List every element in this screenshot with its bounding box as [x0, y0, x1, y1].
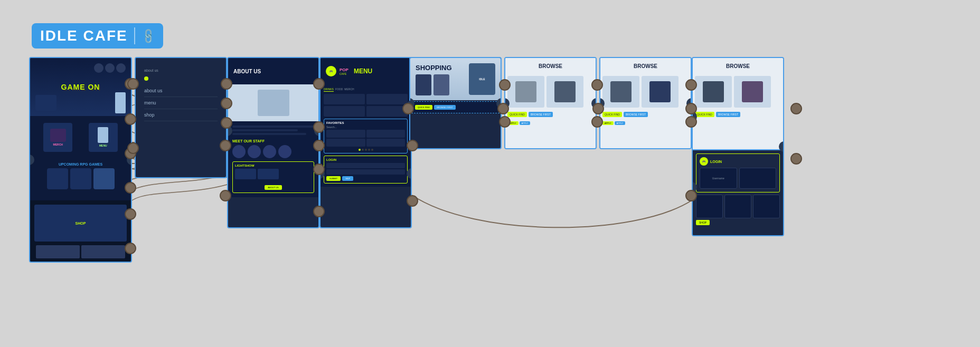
handle-f7-right-mid[interactable]: [685, 116, 697, 128]
browse-product-2: [546, 76, 583, 108]
browse-3-items: [693, 74, 783, 110]
handle-f2-left-bot[interactable]: [127, 142, 139, 154]
browse-2-content: BROWSE QUICK FIND BROWSE FIRST APPLY APP…: [600, 58, 691, 148]
handle-f1-mid-right[interactable]: [125, 113, 136, 125]
handle-f2-left-top[interactable]: [127, 78, 139, 90]
frame-browse-1: BROWSE QUICK FIND BROWSE FIRST APPLY APP…: [504, 57, 597, 149]
frame-homepage: GAME ON MERCH MENU UPC: [29, 57, 132, 263]
shopping-preview: SHOPPING IDLE QUICK FIND BROWSE FIRST: [410, 58, 501, 148]
tag-quick-find-3: QUICK FIND: [695, 112, 714, 117]
merch-box: MERCH: [43, 123, 72, 152]
frame-menu: 🎮 POP CAFE MENU DRINKS FOOD MERCH: [319, 57, 412, 228]
handle-f1-bot3-right[interactable]: [125, 208, 136, 220]
about-title: ABOUT US: [233, 69, 261, 74]
shopping-title: SHOPPING: [416, 64, 452, 72]
menu-header: 🎮 POP CAFE MENU: [321, 58, 411, 84]
frame-browse-3: BROWSE QUICK FIND BROWSE FIRST 🎮 LOGIN: [692, 57, 784, 236]
rpg-items: [34, 168, 127, 189]
title-badge: IDLE CAFE 🔗: [32, 23, 163, 49]
handle-f7-left[interactable]: [592, 103, 604, 114]
browse-product-5: [695, 76, 732, 108]
tag-quick-find-2: QUICK FIND: [602, 112, 622, 117]
handle-f6-right-top[interactable]: [591, 79, 603, 91]
shopping-bottom: QUICK FIND BROWSE FIRST: [411, 101, 500, 113]
handle-f2-right-mid[interactable]: [221, 98, 232, 109]
handle-f3-left-mid[interactable]: [220, 140, 231, 151]
nav-item-about[interactable]: about us: [144, 85, 218, 97]
handle-f8-left-bot[interactable]: [685, 190, 697, 201]
about-us-preview: ABOUT US MEET OUR STAFF LIGHTSHOW: [228, 58, 318, 227]
browse-1-content: BROWSE QUICK FIND BROWSE FIRST APPLY APP…: [505, 58, 596, 148]
tag-browse-first: BROWSE FIRST: [529, 112, 553, 117]
merch-label: MERCH: [53, 143, 63, 146]
menu-label: MENU: [99, 144, 107, 147]
nav-item-menu[interactable]: menu: [144, 97, 218, 109]
handle-f3-right-top[interactable]: [313, 78, 325, 90]
browse-product-3: [602, 76, 639, 108]
frame-about-us: ABOUT US MEET OUR STAFF LIGHTSHOW: [227, 57, 319, 228]
browse-2-header: BROWSE: [600, 58, 691, 74]
browse-3-title: BROWSE: [726, 63, 750, 69]
handle-f5-right-top[interactable]: [499, 79, 511, 91]
shop-preview-2: [81, 245, 125, 258]
nav-item-shop[interactable]: shop: [144, 109, 218, 121]
browse-3-upper: BROWSE QUICK FIND BROWSE FIRST: [693, 58, 783, 150]
handle-f6-left[interactable]: [497, 103, 509, 114]
frame-shopping: SHOPPING IDLE QUICK FIND BROWSE FIRST › …: [409, 57, 502, 149]
browse-3-header: BROWSE: [693, 58, 783, 74]
handle-f4-right-bot[interactable]: [407, 195, 418, 207]
frame-nav-menu: about us about us menu shop: [135, 57, 227, 178]
merch-menu-section: MERCH MENU: [30, 116, 131, 158]
handle-f8-right-top[interactable]: [790, 103, 802, 114]
shopping-header: SHOPPING IDLE: [410, 58, 501, 100]
browse-2-tags: QUICK FIND BROWSE FIRST: [600, 110, 691, 119]
login-label: LOGIN: [710, 160, 722, 163]
handle-f8-left-top[interactable]: [685, 103, 697, 114]
browse-product-1: [507, 76, 544, 108]
browse-1-title: BROWSE: [539, 63, 562, 69]
rpg-item: [70, 168, 91, 189]
about-header: ABOUT US: [228, 58, 318, 84]
hero-section: GAME ON: [30, 58, 131, 116]
browse-3-tags: QUICK FIND BROWSE FIRST: [693, 110, 783, 119]
handle-f1-bottom-right[interactable]: [125, 243, 136, 254]
browse-3-lower: 🎮 LOGIN Username SHOP: [693, 150, 783, 236]
browse-1-tags: QUICK FIND BROWSE FIRST: [505, 110, 596, 119]
browse-2-title: BROWSE: [634, 63, 657, 69]
menu-box: MENU: [89, 123, 118, 152]
link-icon[interactable]: 🔗: [139, 27, 157, 45]
handle-f3-right-mid[interactable]: [313, 121, 325, 133]
browse-product-4: [642, 76, 679, 108]
handle-f6-right-mid[interactable]: [591, 116, 603, 128]
shop-section: SHOP: [30, 200, 131, 262]
badge-divider: [134, 27, 135, 44]
handle-f7-right-top[interactable]: [685, 79, 697, 91]
rpg-item: [93, 168, 115, 189]
rpg-section: UPCOMING RPG GAMES: [30, 158, 131, 200]
rpg-title: UPCOMING RPG GAMES: [34, 162, 127, 166]
handle-f2-right-bot[interactable]: [221, 117, 232, 129]
handle-f5-right-mid[interactable]: [499, 116, 511, 128]
handle-f3-left-bot[interactable]: [220, 190, 231, 201]
frame-browse-2: BROWSE QUICK FIND BROWSE FIRST APPLY APP…: [599, 57, 692, 149]
handle-f3-right-bot[interactable]: [313, 163, 325, 175]
tag-quick-find: QUICK FIND: [507, 112, 527, 117]
browse-1-items: [505, 74, 596, 110]
browse-3-content: BROWSE QUICK FIND BROWSE FIRST: [693, 58, 783, 149]
handle-f4-left-bot[interactable]: [313, 206, 325, 217]
handle-f1-bot2-right[interactable]: [125, 182, 136, 194]
handle-f2-right-top[interactable]: [221, 78, 232, 90]
hero-text: GAME ON: [61, 83, 100, 91]
browse-2-items: [600, 74, 691, 110]
tag-browse-first-3: BROWSE FIRST: [716, 112, 740, 117]
browse-1-header: BROWSE: [505, 58, 596, 74]
handle-f5-left[interactable]: [402, 103, 414, 114]
shop-previews: [34, 244, 127, 260]
handle-f4-right-mid[interactable]: [407, 140, 418, 151]
handle-f8-right-mid[interactable]: [790, 153, 802, 165]
handle-f4-left-mid[interactable]: [313, 140, 325, 151]
nav-menu-content: about us about us menu shop: [136, 58, 226, 132]
rpg-item: [47, 168, 68, 189]
menu-title: MENU: [354, 68, 372, 75]
shop-preview-1: [36, 245, 80, 258]
